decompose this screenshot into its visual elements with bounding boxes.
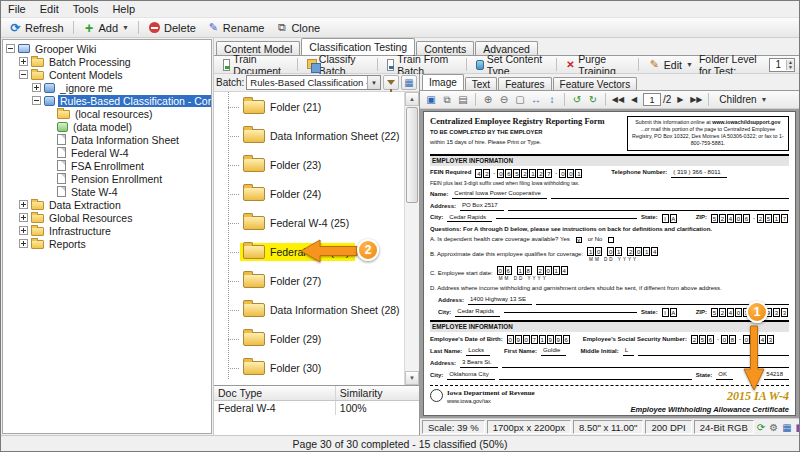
batch-folder-21[interactable]: Folder (21) bbox=[214, 92, 419, 121]
menu-edit[interactable]: Edit bbox=[33, 2, 66, 16]
expand-icon[interactable] bbox=[19, 57, 28, 66]
tree-item-data-model[interactable]: (data model) bbox=[3, 120, 211, 133]
batch-view-button[interactable] bbox=[401, 75, 417, 90]
combo-dropdown-button[interactable]: ▼ bbox=[367, 76, 380, 89]
expand-icon[interactable] bbox=[19, 239, 28, 248]
batch-folder-27[interactable]: Folder (27) bbox=[214, 266, 419, 295]
expand-icon[interactable] bbox=[32, 83, 41, 92]
prev-page-button[interactable]: ◀ bbox=[627, 93, 641, 107]
batch-folder-25[interactable]: Federal W-4 (25) bbox=[214, 208, 419, 237]
menu-help[interactable]: Help bbox=[105, 2, 142, 16]
tree-item-local-resources[interactable]: (local resources) bbox=[3, 107, 211, 120]
tree-item-label: Data Extraction bbox=[47, 199, 123, 211]
print-icon[interactable]: ▤ bbox=[456, 93, 470, 107]
question-d: D. Address where income withholding and … bbox=[430, 285, 722, 293]
tree-item-fsa-enrollment[interactable]: FSA Enrollment bbox=[3, 159, 211, 172]
tab-feature-vectors[interactable]: Feature Vectors bbox=[553, 77, 638, 90]
scroll-down-icon[interactable]: ▼ bbox=[405, 371, 419, 385]
tab-text[interactable]: Text bbox=[465, 77, 497, 90]
digit-cell: 0 bbox=[635, 247, 642, 256]
toolbar-separator bbox=[556, 58, 557, 71]
batch-filter-button[interactable] bbox=[383, 75, 399, 90]
batch-folder-23[interactable]: Folder (23) bbox=[214, 150, 419, 179]
edit-button[interactable]: Edit ▼ bbox=[643, 56, 698, 73]
delete-button[interactable]: Delete bbox=[143, 19, 201, 36]
collapse-icon[interactable] bbox=[19, 70, 28, 79]
rotate-left-icon[interactable]: ↺ bbox=[570, 93, 584, 107]
doc-type-row[interactable]: Federal W-4 100% bbox=[214, 401, 419, 415]
copy-image-icon[interactable]: ⧉ bbox=[440, 93, 454, 107]
batch-folder-29[interactable]: Folder (29) bbox=[214, 324, 419, 353]
children-button[interactable]: Children ▼ bbox=[714, 92, 772, 107]
digit-cell: 0 bbox=[559, 169, 566, 178]
reprocess-icon[interactable]: ⟳ bbox=[756, 420, 766, 434]
spinner-arrows-icon[interactable]: ▲▼ bbox=[786, 60, 794, 70]
expand-icon[interactable] bbox=[19, 213, 28, 222]
expand-icon[interactable] bbox=[19, 200, 28, 209]
first-page-button[interactable]: ◀◀ bbox=[611, 93, 625, 107]
emp-state-value: OK bbox=[716, 371, 733, 380]
digit-cell: - bbox=[753, 215, 755, 223]
similarity-column-header[interactable]: Similarity bbox=[336, 386, 419, 400]
tree-item-data-extraction[interactable]: Data Extraction bbox=[3, 198, 211, 211]
doc-type-column-header[interactable]: Doc Type bbox=[214, 386, 336, 400]
last-page-button[interactable]: ▶▶ bbox=[689, 93, 703, 107]
zoom-in-icon[interactable]: ⊕ bbox=[481, 93, 495, 107]
batch-combobox[interactable]: Rules-Based Classification - Batch ▼ bbox=[246, 75, 381, 90]
folder-icon bbox=[31, 240, 44, 249]
annotation-arrow-2 bbox=[300, 238, 358, 264]
folder-level-input[interactable]: 1 ▲▼ bbox=[769, 58, 795, 72]
employer-section-header: EMPLOYER INFORMATION bbox=[430, 154, 789, 166]
tree-item-global-resources[interactable]: Global Resources bbox=[3, 211, 211, 224]
tree-item-infrastructure[interactable]: Infrastructure bbox=[3, 224, 211, 237]
digit-cell: 8 bbox=[729, 335, 736, 344]
collapse-icon[interactable] bbox=[6, 44, 15, 53]
fit-width-icon[interactable]: ↔ bbox=[529, 93, 543, 107]
add-button[interactable]: Add ▼ bbox=[78, 19, 135, 36]
dob-label: Employee's Date of Birth: bbox=[430, 336, 503, 344]
clone-button[interactable]: Clone bbox=[270, 19, 325, 36]
menu-file[interactable]: File bbox=[1, 2, 33, 16]
tree-item-ignore-me[interactable]: _ignore me bbox=[3, 81, 211, 94]
city-label: City: bbox=[430, 214, 443, 222]
scrollbar-thumb[interactable] bbox=[406, 107, 418, 203]
page-number-input[interactable]: 1 bbox=[643, 93, 661, 106]
emp-state-label: State: bbox=[696, 372, 713, 380]
document-type-icon bbox=[57, 186, 66, 197]
batch-folder-22[interactable]: Data Information Sheet (22) bbox=[214, 121, 419, 150]
tree-item-data-information-sheet[interactable]: Data Information Sheet bbox=[3, 133, 211, 146]
tab-classification-testing[interactable]: Classification Testing bbox=[301, 38, 415, 55]
batch-folder-24[interactable]: Folder (24) bbox=[214, 179, 419, 208]
save-image-icon[interactable]: ▣ bbox=[424, 93, 438, 107]
batch-tree-scrollbar[interactable]: ▲ ▼ bbox=[404, 92, 419, 385]
tree-item-content-models[interactable]: Content Models bbox=[3, 68, 211, 81]
tree-item-federal-w4[interactable]: Federal W-4 bbox=[3, 146, 211, 159]
color-adjust-icon[interactable]: ◧ bbox=[795, 420, 800, 434]
scroll-up-icon[interactable]: ▲ bbox=[405, 92, 419, 106]
batch-folder-28[interactable]: Data Information Sheet (28) bbox=[214, 295, 419, 324]
tree-item-state-w4[interactable]: State W-4 bbox=[3, 185, 211, 198]
tree-item-pension-enrollment[interactable]: Pension Enrollment bbox=[3, 172, 211, 185]
next-page-button[interactable]: ▶ bbox=[673, 93, 687, 107]
rename-button[interactable]: Rename bbox=[202, 19, 270, 36]
collapse-icon[interactable] bbox=[32, 96, 41, 105]
tree-item-grooper-wiki[interactable]: Grooper Wiki bbox=[3, 42, 211, 55]
tree-item-reports[interactable]: Reports bbox=[3, 237, 211, 250]
zoom-out-icon[interactable]: ⊖ bbox=[497, 93, 511, 107]
tab-image[interactable]: Image bbox=[422, 74, 464, 90]
zoom-fit-icon[interactable]: ▢ bbox=[513, 93, 527, 107]
rotate-right-icon[interactable]: ↻ bbox=[586, 93, 600, 107]
folder-label: Folder (29) bbox=[270, 333, 321, 345]
tab-features[interactable]: Features bbox=[498, 77, 551, 90]
fit-height-icon[interactable]: ↕ bbox=[545, 93, 559, 107]
refresh-button[interactable]: Refresh bbox=[4, 19, 69, 36]
tree-item-rules-based-classification[interactable]: Rules-Based Classification - Content Mod… bbox=[3, 94, 211, 107]
tree-item-batch-processing[interactable]: Batch Processing bbox=[3, 55, 211, 68]
expand-icon[interactable] bbox=[19, 226, 28, 235]
batch-folder-30[interactable]: Folder (30) bbox=[214, 353, 419, 382]
settings-gear-icon[interactable]: ⚙ bbox=[768, 420, 779, 434]
histogram-icon[interactable]: ▦ bbox=[781, 420, 792, 434]
menu-tools[interactable]: Tools bbox=[66, 2, 106, 16]
digit-cell: 2 bbox=[627, 247, 634, 256]
rename-label: Rename bbox=[223, 22, 265, 34]
